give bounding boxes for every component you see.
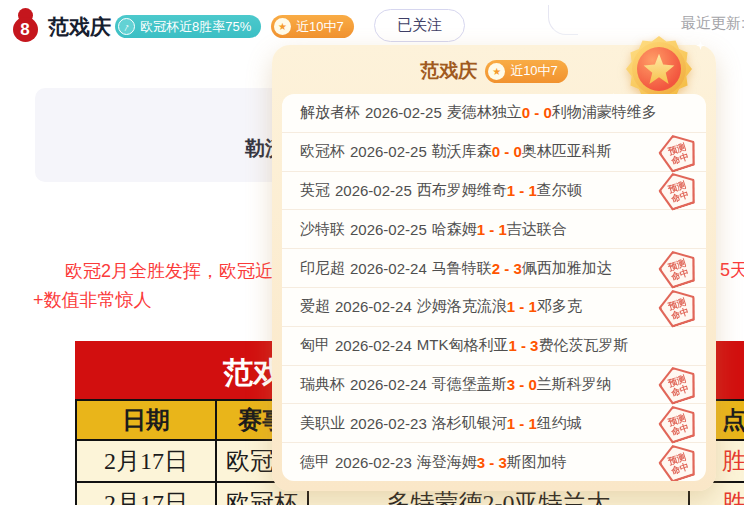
win-rate-badge-label: 欧冠杯近8胜率75%	[140, 18, 251, 36]
popup-title: 范戏庆	[420, 58, 477, 84]
record-away-team: 斯图加特	[507, 453, 567, 472]
record-row[interactable]: 英冠 2026-02-25 西布罗姆维奇 1 - 1 查尔顿 预测命中	[282, 172, 706, 211]
record-league: 英冠	[300, 181, 330, 200]
prediction-hit-stamp: 预测命中	[654, 129, 701, 175]
streak-badge-label: 近10中7	[296, 18, 344, 36]
prediction-hit-stamp: 预测命中	[654, 439, 701, 481]
record-date: 2026-02-25	[335, 182, 412, 199]
streak-badge: ★ 近10中7	[271, 15, 354, 38]
record-score: 0 - 0	[492, 143, 522, 160]
record-row[interactable]: 爱超 2026-02-24 沙姆洛克流浪 1 - 1 邓多克 预测命中	[282, 288, 706, 327]
red-note-line1-fragment: 5天	[720, 258, 744, 282]
prediction-hit-stamp: 预测命中	[654, 361, 701, 407]
record-away-team: 邓多克	[537, 297, 582, 316]
record-away-team: 奥林匹亚科斯	[522, 142, 612, 161]
record-away-team: 佩西加雅加达	[522, 259, 612, 278]
record-date: 2026-02-23	[350, 415, 427, 432]
record-away-team: 纽约城	[537, 414, 582, 433]
prediction-hit-stamp: 预测命中	[654, 284, 701, 330]
record-league: 瑞典杯	[300, 375, 345, 394]
record-away-team: 费伦茨瓦罗斯	[538, 336, 628, 355]
record-row[interactable]: 瑞典杯 2026-02-24 哥德堡盖斯 3 - 0 兰斯科罗纳 预测命中	[282, 366, 706, 405]
record-score: 1 - 3	[508, 337, 538, 354]
record-list: 解放者杯 2026-02-25 麦德林独立 0 - 0 利物浦蒙特维多 欧冠杯 …	[282, 94, 706, 481]
record-row[interactable]: 沙特联 2026-02-25 哈森姆 1 - 1 吉达联合	[282, 210, 706, 249]
record-home-team: MTK匈格利亚	[417, 336, 509, 355]
record-score: 1 - 1	[477, 221, 507, 238]
tipster-record-popup: 范戏庆 ★ 近10中7 解放者杯 2026-02-25 麦德林独立 0 - 0 …	[272, 45, 716, 491]
record-row[interactable]: 印尼超 2026-02-24 马鲁特联 2 - 3 佩西加雅加达 预测命中	[282, 249, 706, 288]
record-row[interactable]: 欧冠杯 2026-02-25 勒沃库森 0 - 0 奥林匹亚科斯 预测命中	[282, 133, 706, 172]
record-league: 欧冠杯	[300, 142, 345, 161]
record-row[interactable]: 匈甲 2026-02-24 MTK匈格利亚 1 - 3 费伦茨瓦罗斯	[282, 327, 706, 366]
record-home-team: 沙姆洛克流浪	[417, 297, 507, 316]
win-rate-badge: ↑ 欧冠杯近8胜率75%	[115, 15, 261, 38]
site-logo-icon: 8	[10, 8, 40, 42]
record-score: 1 - 1	[507, 298, 537, 315]
record-score: 2 - 3	[492, 260, 522, 277]
record-row[interactable]: 美职业 2026-02-23 洛杉矶银河 1 - 1 纽约城 预测命中	[282, 404, 706, 443]
star-icon: ★	[488, 63, 505, 80]
record-score: 0 - 0	[522, 104, 552, 121]
gold-medal-icon	[626, 36, 692, 102]
record-home-team: 西布罗姆维奇	[417, 181, 507, 200]
record-date: 2026-02-24	[335, 337, 412, 354]
arrow-up-icon: ↑	[118, 18, 135, 35]
record-date: 2026-02-24	[350, 376, 427, 393]
record-home-team: 哥德堡盖斯	[432, 375, 507, 394]
record-away-team: 查尔顿	[537, 181, 582, 200]
record-home-team: 勒沃库森	[432, 142, 492, 161]
record-home-team: 马鲁特联	[432, 259, 492, 278]
prediction-hit-stamp: 预测命中	[654, 245, 701, 291]
red-note-line1: 欧冠2月全胜发挥，欧冠近	[65, 259, 273, 283]
record-home-team: 麦德林独立	[447, 103, 522, 122]
header-date: 日期	[77, 401, 217, 439]
last-update-label: 最近更新:	[681, 14, 744, 33]
prediction-hit-stamp: 预测命中	[654, 400, 701, 446]
record-league: 美职业	[300, 414, 345, 433]
record-home-team: 哈森姆	[432, 220, 477, 239]
tipster-name: 范戏庆	[48, 13, 111, 41]
record-score: 1 - 1	[507, 182, 537, 199]
record-date: 2026-02-25	[365, 104, 442, 121]
record-date: 2026-02-24	[335, 298, 412, 315]
logo-text: 8	[10, 20, 40, 40]
record-home-team: 洛杉矶银河	[432, 414, 507, 433]
record-league: 解放者杯	[300, 103, 360, 122]
record-league: 德甲	[300, 453, 330, 472]
record-away-team: 兰斯科罗纳	[537, 375, 612, 394]
record-score: 1 - 1	[507, 415, 537, 432]
record-home-team: 海登海姆	[417, 453, 477, 472]
record-row[interactable]: 德甲 2026-02-23 海登海姆 3 - 3 斯图加特 预测命中	[282, 443, 706, 481]
record-score: 3 - 3	[477, 454, 507, 471]
record-league: 爱超	[300, 297, 330, 316]
record-league: 匈甲	[300, 336, 330, 355]
record-date: 2026-02-23	[335, 454, 412, 471]
record-date: 2026-02-25	[350, 221, 427, 238]
record-row[interactable]: 解放者杯 2026-02-25 麦德林独立 0 - 0 利物浦蒙特维多	[282, 94, 706, 133]
record-away-team: 吉达联合	[507, 220, 567, 239]
record-date: 2026-02-24	[350, 260, 427, 277]
record-away-team: 利物浦蒙特维多	[552, 103, 657, 122]
record-date: 2026-02-25	[350, 143, 427, 160]
record-league: 沙特联	[300, 220, 345, 239]
record-league: 印尼超	[300, 259, 345, 278]
star-icon: ★	[274, 18, 291, 35]
popup-streak-badge-label: 近10中7	[510, 62, 558, 80]
popup-streak-badge: ★ 近10中7	[485, 60, 568, 83]
followed-button[interactable]: 已关注	[374, 9, 465, 42]
red-note-line2: +数值非常惊人	[33, 288, 152, 312]
prediction-hit-stamp: 预测命中	[654, 167, 701, 213]
record-score: 3 - 0	[507, 376, 537, 393]
